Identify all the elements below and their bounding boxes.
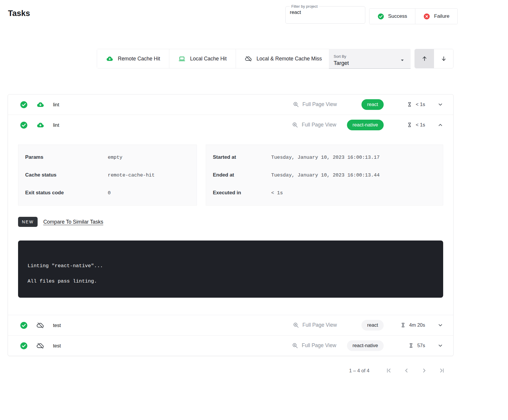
full-page-view-button[interactable]: Full Page View	[292, 101, 337, 108]
zoom-in-icon	[292, 121, 299, 129]
cache-miss-filter-button[interactable]: Local & Remote Cache Miss	[236, 49, 331, 68]
failure-filter-button[interactable]: Failure	[415, 9, 457, 24]
task-row-test-react[interactable]: test Full Page View react 4m 20s	[8, 315, 453, 335]
full-page-view-label: Full Page View	[303, 101, 337, 108]
detail-value: remote-cache-hit	[108, 172, 155, 178]
task-row-test-react-native[interactable]: test Full Page View react-native 57s	[8, 336, 453, 356]
detail-label: Executed in	[213, 190, 271, 196]
task-duration: < 1s	[416, 102, 425, 107]
project-badge: react	[361, 320, 384, 331]
sort-by-label: Sort By	[334, 54, 406, 59]
project-badge: react	[361, 99, 384, 110]
detail-value: Tuesday, January 10, 2023 16:00:13.44	[271, 172, 380, 178]
sort-by-select[interactable]: Sort By Target	[329, 49, 411, 69]
task-list-card: lint Full Page View react < 1s	[8, 94, 454, 356]
success-status-icon	[20, 321, 28, 329]
zoom-in-icon	[292, 342, 299, 349]
task-duration: < 1s	[416, 122, 425, 128]
detail-value: empty	[108, 155, 123, 160]
previous-page-button[interactable]	[400, 364, 413, 377]
terminal-line: All files pass linting.	[28, 278, 434, 284]
params-panel: Params empty Cache status remote-cache-h…	[18, 145, 197, 206]
collapse-chevron-button[interactable]	[436, 120, 445, 129]
page-title: Tasks	[8, 9, 30, 18]
expand-chevron-button[interactable]	[436, 100, 445, 109]
hourglass-icon	[406, 101, 413, 108]
failure-filter-label: Failure	[434, 13, 449, 19]
detail-label: Started at	[213, 154, 271, 160]
local-cache-hit-filter-button[interactable]: Local Cache Hit	[169, 49, 236, 68]
cloud-off-icon	[36, 321, 44, 329]
task-name: lint	[53, 122, 59, 128]
chevron-left-icon	[403, 367, 410, 374]
last-page-button[interactable]	[435, 364, 449, 377]
filter-project-input[interactable]	[289, 9, 361, 16]
chevron-down-icon	[437, 322, 444, 328]
hourglass-icon	[408, 342, 414, 349]
cache-status-filter-group: Remote Cache Hit Local Cache Hit Local &…	[97, 49, 331, 68]
full-page-view-label: Full Page View	[302, 122, 336, 128]
detail-value: < 1s	[271, 190, 283, 196]
first-page-icon	[385, 367, 392, 374]
cloud-off-icon	[36, 342, 44, 350]
detail-label: Params	[25, 154, 108, 160]
full-page-view-button[interactable]: Full Page View	[292, 121, 336, 129]
full-page-view-button[interactable]: Full Page View	[292, 342, 336, 349]
full-page-view-label: Full Page View	[302, 342, 336, 349]
success-status-icon	[20, 342, 28, 350]
expand-chevron-button[interactable]	[436, 320, 445, 330]
chevron-right-icon	[421, 367, 428, 374]
terminal-output: Linting "react-native"... All files pass…	[18, 241, 443, 298]
cache-miss-label: Local & Remote Cache Miss	[257, 56, 322, 62]
zoom-in-icon	[292, 101, 300, 108]
next-page-button[interactable]	[417, 364, 431, 377]
chevron-down-icon	[437, 101, 444, 108]
cloud-download-icon	[106, 55, 113, 62]
compare-to-similar-tasks-link[interactable]: Compare To Similar Tasks	[43, 219, 103, 225]
sort-direction-group	[414, 49, 454, 68]
cloud-off-icon	[245, 55, 252, 62]
detail-value: Tuesday, January 10, 2023 16:00:13.17	[271, 155, 380, 160]
check-circle-icon	[377, 13, 384, 20]
project-badge: react-native	[347, 120, 384, 130]
full-page-view-button[interactable]: Full Page View	[292, 322, 337, 329]
remote-cache-hit-filter-button[interactable]: Remote Cache Hit	[97, 49, 169, 68]
pagination: 1 – 4 of 4	[349, 364, 449, 377]
caret-down-icon	[399, 57, 406, 64]
hourglass-icon	[406, 122, 413, 128]
detail-value: 0	[108, 190, 111, 196]
success-status-icon	[20, 121, 28, 129]
x-circle-icon	[423, 13, 430, 20]
local-cache-hit-label: Local Cache Hit	[190, 56, 227, 62]
first-page-button[interactable]	[382, 364, 396, 377]
success-filter-button[interactable]: Success	[369, 9, 415, 24]
task-detail-panel: Params empty Cache status remote-cache-h…	[8, 145, 453, 298]
new-badge: NEW	[18, 217, 38, 227]
sort-ascending-button[interactable]	[415, 49, 434, 68]
task-row-lint-react-native[interactable]: lint Full Page View react-native < 1s	[8, 115, 453, 135]
task-row-lint-react[interactable]: lint Full Page View react < 1s	[8, 94, 453, 115]
task-name: test	[53, 343, 61, 349]
cloud-download-icon	[36, 121, 44, 129]
detail-label: Cache status	[25, 172, 108, 178]
hourglass-icon	[400, 322, 406, 328]
task-duration: 57s	[417, 343, 425, 348]
detail-label: Exit status code	[25, 190, 108, 196]
chevron-down-icon	[437, 342, 444, 349]
pagination-range: 1 – 4 of 4	[349, 368, 369, 373]
zoom-in-icon	[292, 322, 300, 329]
filter-by-project-field: Filter by project	[285, 4, 365, 24]
sort-descending-button[interactable]	[434, 49, 453, 68]
arrow-up-icon	[421, 55, 428, 62]
arrow-down-icon	[440, 55, 447, 62]
full-page-view-label: Full Page View	[303, 322, 337, 328]
last-page-icon	[438, 367, 446, 374]
detail-label: Ended at	[213, 172, 271, 178]
task-name: test	[53, 323, 61, 328]
task-name: lint	[53, 102, 59, 108]
success-filter-label: Success	[388, 13, 407, 19]
project-badge: react-native	[347, 340, 384, 351]
expand-chevron-button[interactable]	[436, 341, 445, 350]
cloud-download-icon	[36, 101, 44, 109]
chevron-up-icon	[437, 121, 444, 128]
